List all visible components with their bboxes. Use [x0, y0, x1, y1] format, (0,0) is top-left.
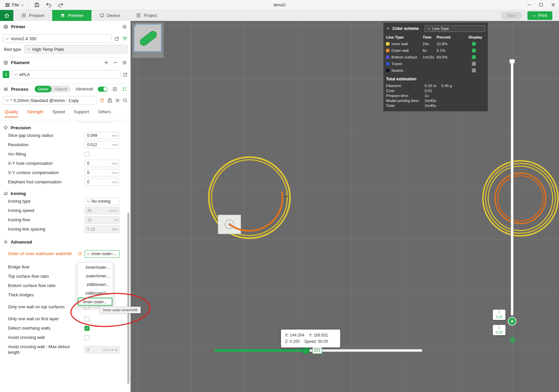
chevron-down-icon: [6, 37, 9, 40]
sidebar-scrollbar[interactable]: [127, 213, 129, 384]
add-filament-icon[interactable]: [104, 60, 108, 65]
filament-select[interactable]: ePLA: [11, 70, 121, 79]
tab-support[interactable]: Support: [74, 109, 89, 117]
layer-slider-handle[interactable]: [509, 59, 515, 63]
add-pause-button[interactable]: [508, 317, 516, 326]
total-label: Cost:: [386, 89, 425, 93]
display-checkbox[interactable]: [472, 42, 476, 46]
unit-label: mm or %: [103, 348, 118, 352]
setting-row: Avoid crossing wall: [0, 333, 130, 342]
color-scheme-panel: Color scheme Line Type Line Type Time Pe…: [383, 23, 488, 111]
view-mode-select[interactable]: Line Type: [425, 25, 485, 32]
redo-icon[interactable]: [57, 1, 65, 9]
preview-icon: [60, 13, 65, 18]
remove-filament-icon[interactable]: [113, 60, 117, 65]
advanced-mode-toggle[interactable]: [98, 87, 108, 92]
order-dropdown-option[interactable]: infill/outer/i...: [77, 289, 113, 297]
arc-fitting-checkbox[interactable]: [84, 152, 89, 157]
printer-select[interactable]: Voron2.4 350: [3, 34, 112, 43]
display-checkbox[interactable]: [472, 55, 476, 59]
unit-label: mm/s: [109, 209, 118, 213]
minimize-button[interactable]: [523, 0, 535, 10]
total-value: 2m43s: [425, 99, 441, 103]
ironing-type-select[interactable]: No ironing: [84, 198, 120, 205]
avoid-crossing-wall-checkbox[interactable]: [84, 335, 89, 340]
display-checkbox[interactable]: [472, 62, 476, 66]
order-of-walls-select[interactable]: inner-outer-...: [84, 250, 120, 258]
tab-project[interactable]: Project: [128, 10, 165, 21]
process-preset-select[interactable]: * 0.20mm Standard @Voron - Copy: [3, 96, 96, 105]
order-dropdown-option[interactable]: infill/inner/...: [77, 280, 113, 289]
bed-type-select[interactable]: High Temp Plate: [24, 45, 128, 53]
edit-printer-icon[interactable]: [114, 36, 119, 41]
search-icon[interactable]: [123, 98, 128, 103]
total-row: Total:2m45s: [383, 103, 488, 108]
plate-thumbnail[interactable]: [134, 24, 162, 52]
layer-height: 0.20: [493, 315, 505, 320]
donut-object-right: [483, 161, 558, 236]
tab-device[interactable]: Device: [91, 10, 128, 21]
only-one-wall-first-layer-checkbox[interactable]: [84, 317, 89, 322]
layers-view-button[interactable]: [508, 336, 516, 344]
tab-quality[interactable]: Quality: [5, 109, 18, 117]
line-type-label: Outer wall: [391, 49, 423, 52]
printer-settings-gear-icon[interactable]: [122, 24, 127, 29]
setting-label: Elephant foot compensation: [8, 179, 84, 185]
print-dropdown-chevron-icon[interactable]: [532, 13, 536, 17]
filament-slot-badge[interactable]: 1: [3, 71, 9, 78]
slice-button[interactable]: Slice: [501, 12, 522, 20]
maximize-button[interactable]: [535, 0, 547, 10]
coord-z: Z: 0.200: [285, 339, 300, 345]
total-value: 0.15 m: [425, 84, 441, 88]
display-checkbox[interactable]: [472, 68, 476, 72]
legend-column-headers: Line Type Time Percent Display: [383, 34, 488, 41]
bed-type-label: Bed type: [4, 47, 21, 52]
setting-row: Arc fitting: [0, 149, 130, 159]
setting-label: Detect overhang walls: [8, 326, 84, 331]
coord-x: X: 144.304: [285, 332, 304, 339]
tab-speed[interactable]: Speed: [53, 109, 65, 117]
save-preset-icon[interactable]: [107, 98, 112, 103]
detect-overhang-walls-checkbox[interactable]: [84, 326, 89, 331]
reset-preset-icon[interactable]: [99, 98, 104, 103]
tab-prepare[interactable]: Prepare: [13, 10, 52, 21]
layer-slider-track[interactable]: [511, 60, 513, 316]
minimize-icon: [527, 5, 531, 5]
reset-value-icon[interactable]: [77, 251, 82, 256]
preset-list-icon[interactable]: [112, 87, 117, 92]
total-label: Prepare time:: [386, 94, 425, 98]
wifi-icon[interactable]: [122, 36, 128, 41]
tab-strength[interactable]: Strength: [27, 109, 43, 117]
col-display: Display: [469, 35, 485, 39]
order-dropdown-option[interactable]: outer/inner...: [77, 271, 113, 280]
order-dropdown-option-highlighted[interactable]: inner-outer...: [78, 298, 112, 306]
move-slider-handle[interactable]: [302, 347, 310, 354]
move-slider-value: 521: [312, 347, 322, 354]
home-button[interactable]: [0, 10, 13, 21]
objects-columns-icon[interactable]: [122, 87, 127, 92]
total-label: Filament:: [386, 84, 425, 88]
display-checkbox[interactable]: [472, 49, 476, 52]
total-row: Prepare time:1s: [383, 93, 488, 98]
line-type-label: Bottom surface: [391, 55, 423, 59]
settings-scroll-area: Precision Slice gap closing radius 0.049…: [0, 120, 130, 392]
delete-preset-icon[interactable]: [115, 98, 120, 103]
tab-others[interactable]: Others: [98, 109, 111, 117]
filament-settings-gear-icon[interactable]: [122, 60, 127, 65]
order-dropdown-option[interactable]: inner/outer...: [77, 263, 113, 271]
process-scope-global[interactable]: Global: [35, 86, 52, 92]
total-value: 2m45s: [425, 104, 441, 108]
close-button[interactable]: [547, 0, 559, 10]
preview-viewport[interactable]: 1 Color scheme Line Type Line Type Time …: [131, 21, 559, 392]
plate-list: 1: [132, 23, 164, 58]
process-scope-objects[interactable]: Objects: [52, 86, 70, 92]
edit-filament-icon[interactable]: [123, 72, 128, 77]
save-icon[interactable]: [33, 1, 41, 9]
precision-icon: [3, 125, 8, 130]
tab-preview[interactable]: Preview: [52, 10, 91, 21]
print-button[interactable]: Print: [527, 11, 552, 20]
setting-label: Slice gap closing radius: [8, 133, 84, 139]
file-menu[interactable]: File: [3, 0, 29, 10]
undo-icon[interactable]: [45, 1, 53, 9]
collapse-panel-icon[interactable]: [386, 27, 390, 31]
